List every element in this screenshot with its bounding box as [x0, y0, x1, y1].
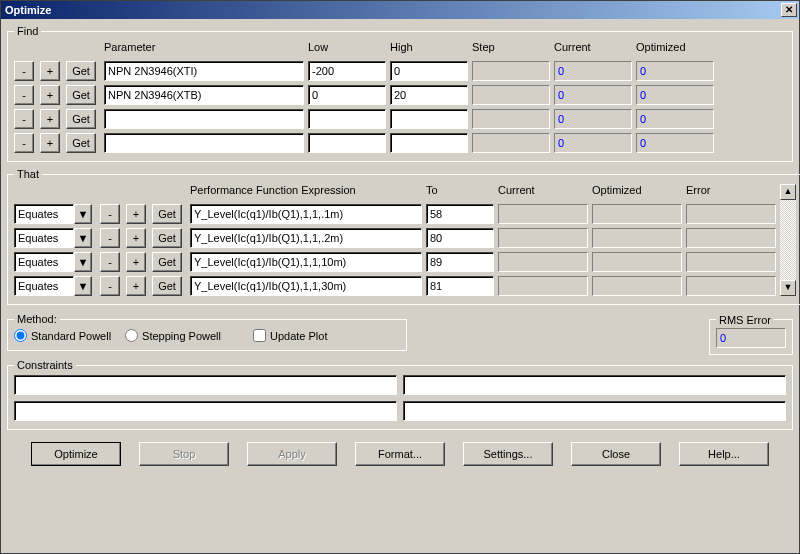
- find-low-input[interactable]: [308, 85, 386, 105]
- col-error: Error: [686, 184, 776, 200]
- that-minus-button[interactable]: -: [100, 276, 120, 296]
- find-legend: Find: [14, 25, 41, 37]
- that-expr-input[interactable]: [190, 228, 422, 248]
- constraints-legend: Constraints: [14, 359, 76, 371]
- settings-button[interactable]: Settings...: [463, 442, 553, 466]
- that-legend: That: [14, 168, 42, 180]
- find-current-cell: 0: [554, 61, 632, 81]
- that-mode-combo[interactable]: ▼: [14, 204, 96, 224]
- find-low-input[interactable]: [308, 133, 386, 153]
- apply-button[interactable]: Apply: [247, 442, 337, 466]
- that-current-cell: [498, 276, 588, 296]
- that-to-input[interactable]: [426, 276, 494, 296]
- constraint-input-1[interactable]: [14, 375, 397, 395]
- find-step-cell: [472, 61, 550, 81]
- method-legend: Method:: [14, 313, 60, 325]
- chevron-down-icon[interactable]: ▼: [74, 228, 92, 248]
- stepping-powell-radio[interactable]: Stepping Powell: [125, 329, 221, 342]
- update-plot-checkbox[interactable]: Update Plot: [253, 329, 327, 342]
- find-plus-button[interactable]: +: [40, 61, 60, 81]
- that-group: That Performance Function Expression To …: [7, 168, 800, 305]
- constraint-input-3[interactable]: [14, 401, 397, 421]
- that-minus-button[interactable]: -: [100, 228, 120, 248]
- chevron-down-icon[interactable]: ▼: [74, 252, 92, 272]
- that-to-input[interactable]: [426, 228, 494, 248]
- find-get-button[interactable]: Get: [66, 133, 96, 153]
- chevron-down-icon[interactable]: ▼: [74, 276, 92, 296]
- find-step-cell: [472, 133, 550, 153]
- that-minus-button[interactable]: -: [100, 252, 120, 272]
- that-error-cell: [686, 252, 776, 272]
- rms-error-value: 0: [716, 328, 786, 348]
- find-plus-button[interactable]: +: [40, 85, 60, 105]
- constraint-input-2[interactable]: [403, 375, 786, 395]
- find-minus-button[interactable]: -: [14, 85, 34, 105]
- that-plus-button[interactable]: +: [126, 276, 146, 296]
- that-error-cell: [686, 276, 776, 296]
- update-plot-input[interactable]: [253, 329, 266, 342]
- format-button[interactable]: Format...: [355, 442, 445, 466]
- that-mode-input[interactable]: [14, 276, 74, 296]
- find-minus-button[interactable]: -: [14, 61, 34, 81]
- find-parameter-input[interactable]: [104, 85, 304, 105]
- that-scrollbar[interactable]: ▲ ▼: [780, 184, 796, 296]
- that-plus-button[interactable]: +: [126, 228, 146, 248]
- find-plus-button[interactable]: +: [40, 109, 60, 129]
- find-high-input[interactable]: [390, 133, 468, 153]
- stepping-powell-input[interactable]: [125, 329, 138, 342]
- that-expr-input[interactable]: [190, 204, 422, 224]
- footer-buttons: Optimize Stop Apply Format... Settings..…: [7, 436, 793, 466]
- find-high-input[interactable]: [390, 109, 468, 129]
- col-low: Low: [308, 41, 386, 57]
- find-parameter-input[interactable]: [104, 61, 304, 81]
- find-get-button[interactable]: Get: [66, 61, 96, 81]
- scroll-track[interactable]: [780, 200, 796, 280]
- find-step-cell: [472, 85, 550, 105]
- close-button[interactable]: Close: [571, 442, 661, 466]
- that-mode-input[interactable]: [14, 252, 74, 272]
- that-to-input[interactable]: [426, 252, 494, 272]
- find-high-input[interactable]: [390, 85, 468, 105]
- standard-powell-input[interactable]: [14, 329, 27, 342]
- constraint-input-4[interactable]: [403, 401, 786, 421]
- that-plus-button[interactable]: +: [126, 252, 146, 272]
- standard-powell-radio[interactable]: Standard Powell: [14, 329, 111, 342]
- find-parameter-input[interactable]: [104, 133, 304, 153]
- find-minus-button[interactable]: -: [14, 133, 34, 153]
- that-to-input[interactable]: [426, 204, 494, 224]
- that-minus-button[interactable]: -: [100, 204, 120, 224]
- stop-button[interactable]: Stop: [139, 442, 229, 466]
- find-high-input[interactable]: [390, 61, 468, 81]
- find-current-cell: 0: [554, 133, 632, 153]
- that-plus-button[interactable]: +: [126, 204, 146, 224]
- find-parameter-input[interactable]: [104, 109, 304, 129]
- that-get-button[interactable]: Get: [152, 228, 182, 248]
- that-expr-input[interactable]: [190, 252, 422, 272]
- col-expr: Performance Function Expression: [190, 184, 422, 200]
- that-mode-combo[interactable]: ▼: [14, 228, 96, 248]
- find-get-button[interactable]: Get: [66, 85, 96, 105]
- that-current-cell: [498, 228, 588, 248]
- that-optimized-cell: [592, 228, 682, 248]
- help-button[interactable]: Help...: [679, 442, 769, 466]
- that-mode-combo[interactable]: ▼: [14, 252, 96, 272]
- that-get-button[interactable]: Get: [152, 252, 182, 272]
- find-plus-button[interactable]: +: [40, 133, 60, 153]
- that-optimized-cell: [592, 276, 682, 296]
- that-mode-input[interactable]: [14, 204, 74, 224]
- close-icon[interactable]: ✕: [781, 3, 797, 17]
- that-expr-input[interactable]: [190, 276, 422, 296]
- that-mode-combo[interactable]: ▼: [14, 276, 96, 296]
- find-low-input[interactable]: [308, 61, 386, 81]
- scroll-down-icon[interactable]: ▼: [780, 280, 796, 296]
- optimize-button[interactable]: Optimize: [31, 442, 121, 466]
- find-get-button[interactable]: Get: [66, 109, 96, 129]
- chevron-down-icon[interactable]: ▼: [74, 204, 92, 224]
- that-mode-input[interactable]: [14, 228, 74, 248]
- scroll-up-icon[interactable]: ▲: [780, 184, 796, 200]
- find-minus-button[interactable]: -: [14, 109, 34, 129]
- that-get-button[interactable]: Get: [152, 276, 182, 296]
- find-step-cell: [472, 109, 550, 129]
- find-low-input[interactable]: [308, 109, 386, 129]
- that-get-button[interactable]: Get: [152, 204, 182, 224]
